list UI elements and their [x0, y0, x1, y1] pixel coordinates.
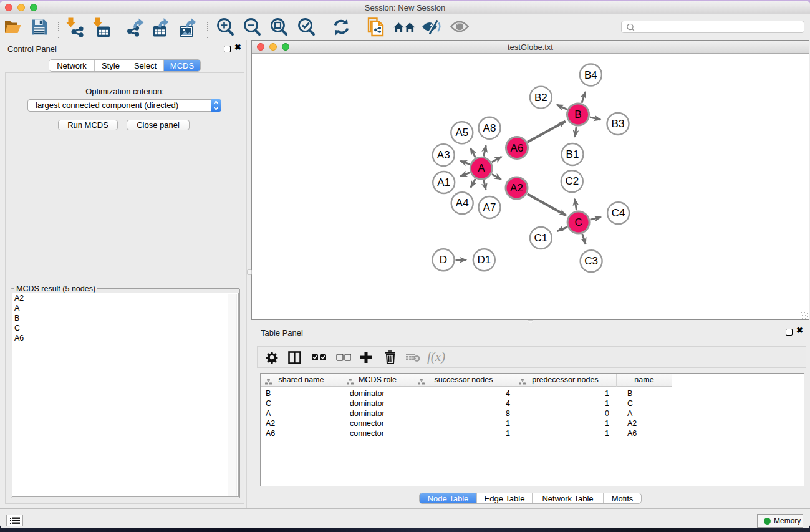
svg-text:A: A: [478, 162, 485, 174]
svg-text:C1: C1: [534, 232, 548, 244]
svg-text:A6: A6: [511, 142, 524, 154]
svg-text:B4: B4: [584, 69, 597, 81]
svg-text:A2: A2: [510, 182, 523, 194]
svg-text:C2: C2: [565, 175, 579, 187]
svg-text:B1: B1: [566, 148, 579, 160]
svg-text:B2: B2: [534, 92, 547, 104]
svg-text:A4: A4: [456, 197, 469, 209]
svg-text:A1: A1: [437, 177, 450, 188]
svg-text:D1: D1: [477, 254, 491, 266]
svg-text:A8: A8: [483, 122, 496, 134]
svg-text:C: C: [574, 216, 582, 228]
svg-text:C4: C4: [612, 207, 625, 219]
svg-text:D: D: [440, 254, 447, 266]
svg-text:B3: B3: [612, 118, 625, 130]
svg-text:A5: A5: [455, 127, 468, 138]
svg-text:C3: C3: [584, 255, 598, 267]
svg-text:B: B: [574, 109, 581, 120]
svg-text:A7: A7: [483, 201, 496, 213]
svg-text:A3: A3: [437, 149, 450, 161]
